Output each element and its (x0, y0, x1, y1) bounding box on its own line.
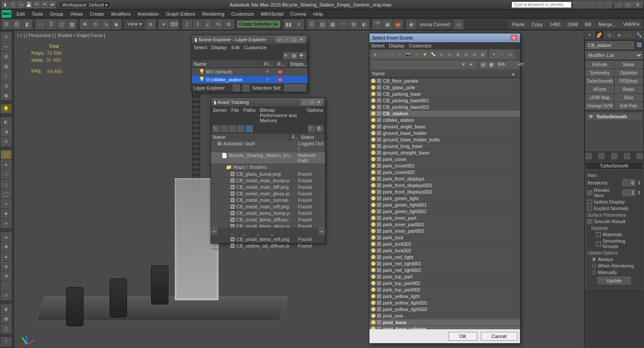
scene-object-row[interactable]: park_yellow_light001 (369, 300, 520, 306)
se-del-icon[interactable]: ✕ (283, 52, 290, 59)
lt-icon[interactable]: ◆ (1, 242, 11, 251)
maximize-button[interactable]: ▢ (624, 2, 633, 8)
scene-object-row[interactable]: CB_floor_panels (369, 78, 520, 84)
at-help-icon[interactable]: ? (308, 125, 315, 132)
se-status-icon[interactable] (242, 84, 249, 91)
select-name-icon[interactable]: ☰ (46, 20, 56, 29)
filter-icon[interactable]: ⊞ (506, 50, 514, 58)
lt-icon[interactable]: ▲ (1, 252, 11, 261)
remove-icon[interactable] (624, 153, 630, 159)
asset-row[interactable]: 🖼 CB_metal_main_bump.pngFound (211, 177, 325, 184)
window-crossing-icon[interactable]: ▦ (67, 20, 77, 29)
favorite-icon[interactable] (597, 1, 604, 8)
filter-help-icon[interactable]: ✦ (413, 50, 420, 58)
asset-row[interactable]: 🖼 CB_small_items_refl.pngFound (211, 236, 325, 243)
help-search-input[interactable] (511, 1, 572, 8)
search-icon[interactable] (574, 1, 580, 8)
lt-icon[interactable]: ▦ (1, 62, 11, 71)
stack-item[interactable]: 👁 TurboSmooth (587, 113, 641, 120)
manually-radio[interactable] (592, 270, 596, 274)
scene-object-row[interactable]: park_front_displays002 (369, 189, 520, 195)
scene-object-row[interactable]: ground_base_holder_bolts (369, 137, 520, 143)
filter-icon[interactable]: ▨ (470, 50, 478, 58)
menu-help[interactable]: Help (310, 10, 327, 17)
scene-object-row[interactable]: park_yellow_light002 (369, 306, 520, 313)
materials-checkbox[interactable] (596, 232, 601, 237)
lt-help-icon[interactable]: ? (1, 337, 11, 346)
config-icon[interactable] (637, 153, 643, 159)
link-icon[interactable]: ⇄ (49, 1, 56, 8)
lt-icon[interactable]: ⊞ (1, 81, 11, 90)
scene-object-row[interactable]: park_top_part (369, 274, 520, 280)
motion-tab-icon[interactable]: ◉ (614, 30, 624, 40)
unlink-icon[interactable]: ⛓ (12, 20, 22, 29)
paste-button[interactable]: Paste (509, 20, 527, 28)
lt-icon[interactable]: ▦ (1, 314, 11, 323)
scene-object-row[interactable]: park_inner_part (369, 215, 520, 221)
lt-box-icon[interactable]: ▢ (1, 150, 11, 159)
se-add-icon[interactable]: ✚ (299, 52, 306, 59)
at-tree-icon[interactable] (246, 125, 253, 132)
scene-object-row[interactable]: park_front_displays (369, 176, 520, 182)
asset-row[interactable]: 📁 Maps / Shaders (211, 164, 325, 171)
move-icon[interactable]: ✥ (80, 20, 90, 29)
redo-icon[interactable]: ↷ (41, 1, 48, 8)
dim2-field[interactable]: 2048 (564, 20, 581, 28)
scene-object-row[interactable]: CB_glass_pole (369, 84, 520, 91)
filter-icon[interactable]: ▥ (446, 50, 453, 58)
scene-object-row[interactable]: CB_parking_base001 (369, 97, 520, 104)
scene-object-row[interactable]: citibike_station (369, 117, 520, 124)
placement-icon[interactable]: ◉ (111, 20, 121, 29)
keyboard-icon[interactable]: ⌨ (169, 20, 179, 29)
scene-object-row[interactable]: park_yellow_light (369, 293, 520, 300)
render-icon[interactable]: 🫖 (393, 20, 403, 29)
smooth-checkbox[interactable]: ✓ (587, 219, 592, 224)
scene-object-row[interactable]: park_top_part002 (369, 287, 520, 293)
lt-icon[interactable]: ◐ (1, 117, 11, 127)
close-button[interactable]: ✕ (634, 2, 642, 8)
layer-row[interactable]: 💡▤0 (default)❄🫖 (192, 68, 308, 76)
modifier-button[interactable]: Unwrap UVW (586, 102, 614, 110)
modifier-button[interactable]: Relax (615, 86, 643, 93)
asset-list[interactable]: 🏛 Autodesk VaultLogged Out (📄 Bicycle_Sh… (211, 141, 325, 228)
filter-geom-icon[interactable]: ▢ (379, 50, 387, 58)
filter-cam-icon[interactable]: 📷 (404, 50, 412, 58)
lt-icon[interactable]: 💡 (1, 104, 11, 114)
asset-row[interactable]: 🏛 Autodesk VaultLogged Out ( (211, 141, 325, 152)
scene-object-row[interactable]: park_inner_part002 (369, 228, 520, 234)
scene-object-row[interactable]: park_cover (369, 156, 520, 163)
lt-icon[interactable]: ▤ (1, 52, 11, 61)
menu-views[interactable]: Views (67, 10, 86, 17)
workspace-selector[interactable]: Workspace: Default ▾ (59, 1, 111, 8)
schematic-icon[interactable]: ⊞ (349, 20, 359, 29)
modifier-button[interactable]: Edit Poly (615, 102, 643, 110)
filter-bone-icon[interactable]: 🦴 (429, 50, 437, 58)
lt-cylinder-icon[interactable]: ⬭ (1, 170, 11, 179)
asset-row[interactable]: 🖼 CB_metal_main_gloss.pngFound (211, 191, 325, 197)
select-region-icon[interactable]: ◫ (57, 20, 66, 29)
layer-icon[interactable]: ☰ (307, 20, 317, 29)
scene-object-row[interactable]: park_top_part001 (369, 280, 520, 287)
scene-object-row[interactable]: park_green_light001 (369, 202, 520, 208)
iterations-spinner[interactable]: 0 (622, 179, 635, 186)
modifier-button[interactable]: Optimize (615, 69, 643, 77)
view-icon[interactable]: ▦ (489, 61, 496, 68)
open-icon[interactable]: ▭ (17, 1, 24, 8)
explorer-icon[interactable]: ▤ (318, 20, 327, 29)
menu-grapheditors[interactable]: Graph Editors (162, 10, 199, 17)
modifier-list-dropdown[interactable]: Modifier List (586, 51, 643, 59)
at-gear-icon[interactable]: ⚙ (316, 125, 323, 132)
object-name-field[interactable] (586, 41, 634, 49)
exchange-icon[interactable] (589, 1, 596, 8)
vmpp-button[interactable]: VMPP4 (620, 20, 642, 28)
modifier-button[interactable]: Noise (615, 61, 643, 68)
menu-group[interactable]: Group (47, 10, 67, 17)
close-icon[interactable]: ✕ (510, 35, 517, 41)
menu-corona[interactable]: Corona (287, 10, 310, 17)
selset-combo[interactable] (505, 61, 518, 68)
scene-object-row[interactable]: post_axis (369, 313, 520, 319)
modifier-button[interactable]: XForm (586, 86, 614, 93)
se-selset-combo[interactable] (284, 84, 306, 91)
asset-row[interactable]: 🖼 CB_station_ad_diffuse.pngFound (211, 243, 325, 249)
create-tab-icon[interactable]: ✦ (584, 30, 594, 40)
